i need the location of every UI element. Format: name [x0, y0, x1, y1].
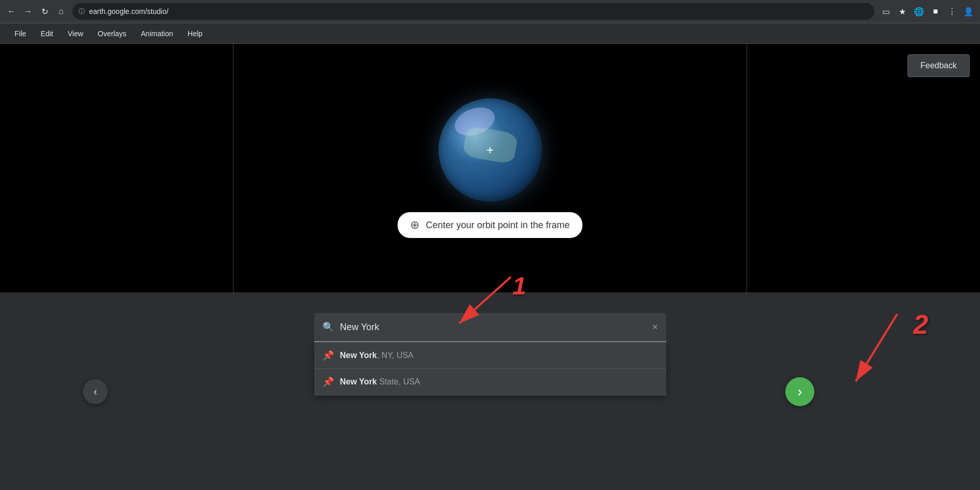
annotation-number-2: 2 [913, 309, 928, 340]
back-nav-button[interactable]: ← [4, 4, 19, 19]
bookmark-button[interactable]: ★ [895, 4, 910, 19]
result-text-1: New York State, USA [340, 377, 420, 387]
back-button[interactable]: ‹ [83, 379, 108, 404]
feedback-button[interactable]: Feedback [908, 54, 970, 77]
search-result-0[interactable]: 📌 New York, NY, USA [314, 343, 666, 369]
search-input[interactable] [340, 322, 652, 333]
orbit-icon: ⊕ [410, 218, 419, 232]
search-input-wrapper: 🔍 × [314, 313, 666, 342]
right-divider [747, 44, 747, 292]
result-text-0: New York, NY, USA [340, 351, 414, 360]
security-icon: ⓘ [79, 7, 85, 16]
reload-button[interactable]: ↻ [37, 4, 52, 19]
search-icon: 🔍 [323, 321, 334, 333]
screen-cast-button[interactable]: ▭ [879, 4, 893, 19]
browser-actions: ▭ ★ 🌐 ■ ⋮ 👤 [879, 4, 976, 19]
orbit-tooltip-text: Center your orbit point in the frame [426, 220, 569, 231]
menu-file[interactable]: File [8, 26, 33, 41]
bottom-section: ‹ 1 🔍 × [0, 292, 980, 490]
browser-toolbar: ← → ↻ ⌂ ⓘ earth.google.com/studio/ ▭ ★ 🌐… [0, 0, 980, 23]
nav-buttons: ← → ↻ ⌂ [4, 4, 68, 19]
globe-container: + [438, 98, 542, 202]
menu-edit[interactable]: Edit [35, 26, 60, 41]
crosshair-icon: + [486, 143, 493, 157]
menu-view[interactable]: View [62, 26, 90, 41]
menu-overlays[interactable]: Overlays [92, 26, 133, 41]
orbit-tooltip[interactable]: ⊕ Center your orbit point in the frame [398, 212, 582, 238]
svg-line-3 [856, 314, 897, 381]
location-icon-0: 📌 [323, 350, 334, 361]
globe-section: Feedback + ⊕ Center your orbit point in … [0, 44, 980, 292]
search-dropdown: 📌 New York, NY, USA 📌 New York State, US… [314, 342, 666, 395]
search-result-1[interactable]: 📌 New York State, USA [314, 369, 666, 395]
clear-search-button[interactable]: × [652, 322, 658, 333]
menu-help[interactable]: Help [181, 26, 209, 41]
browser-chrome: ← → ↻ ⌂ ⓘ earth.google.com/studio/ ▭ ★ 🌐… [0, 0, 980, 23]
menu-animation[interactable]: Animation [135, 26, 179, 41]
main-content: Feedback + ⊕ Center your orbit point in … [0, 44, 980, 490]
profile-button[interactable]: 👤 [961, 4, 976, 19]
forward-nav-button[interactable]: → [21, 4, 35, 19]
left-divider [233, 44, 233, 292]
next-icon: › [797, 383, 802, 400]
next-button[interactable]: › [785, 377, 814, 406]
more-menu-button[interactable]: ⋮ [945, 4, 959, 19]
address-bar[interactable]: ⓘ earth.google.com/studio/ [72, 3, 874, 20]
location-icon-1: 📌 [323, 376, 334, 388]
earth-globe[interactable]: + [438, 98, 542, 202]
search-area: 1 🔍 × 📌 New York, NY, USA 📌 [314, 313, 666, 395]
annotation-2: 2 [835, 309, 928, 394]
url-text: earth.google.com/studio/ [89, 7, 868, 16]
extensions-button[interactable]: ■ [928, 4, 943, 19]
home-button[interactable]: ⌂ [54, 4, 68, 19]
app-menubar: File Edit View Overlays Animation Help [0, 23, 980, 44]
globe-browser-button[interactable]: 🌐 [912, 4, 926, 19]
